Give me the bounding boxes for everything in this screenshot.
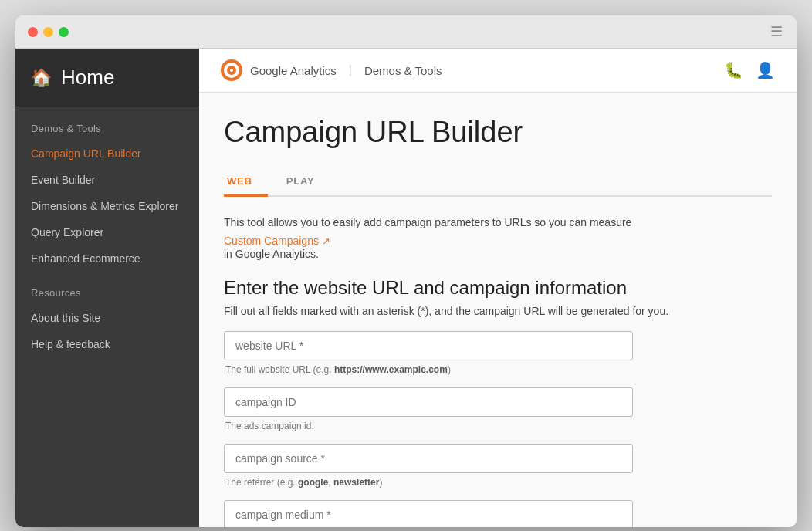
sidebar-item-event-builder[interactable]: Event Builder bbox=[15, 167, 199, 193]
campaign-source-hint: The referrer (e.g. google, newsletter) bbox=[224, 477, 772, 488]
minimize-button[interactable] bbox=[43, 27, 53, 37]
brand-sub: Demos & Tools bbox=[364, 64, 442, 77]
main-header: Google Analytics | Demos & Tools 🐛 👤 bbox=[199, 49, 797, 93]
tabs: WEB PLAY bbox=[224, 167, 772, 197]
browser-titlebar: ☰ bbox=[15, 15, 797, 49]
campaign-id-input[interactable] bbox=[224, 387, 633, 417]
svg-point-3 bbox=[230, 69, 233, 72]
sidebar-section-label-demos: Demos & Tools bbox=[15, 107, 199, 140]
sidebar-section-label-resources: Resources bbox=[15, 272, 199, 305]
home-icon: 🏠 bbox=[31, 68, 52, 88]
tab-web[interactable]: WEB bbox=[224, 167, 268, 197]
header-brand: Google Analytics | Demos & Tools bbox=[221, 59, 442, 81]
sidebar-home[interactable]: 🏠 Home bbox=[15, 49, 199, 107]
window-controls bbox=[28, 27, 69, 37]
field-group-campaign-id: The ads campaign id. bbox=[224, 387, 772, 431]
sidebar-section-resources: Resources About this Site Help & feedbac… bbox=[15, 272, 199, 357]
campaign-id-hint: The ads campaign id. bbox=[224, 421, 772, 431]
brand-divider: | bbox=[349, 63, 352, 77]
campaign-medium-input[interactable] bbox=[224, 500, 633, 527]
browser-menu-icon[interactable]: ☰ bbox=[770, 23, 784, 40]
external-link-icon: ↗ bbox=[322, 235, 330, 247]
home-label: Home bbox=[61, 66, 114, 90]
user-icon[interactable]: 👤 bbox=[756, 61, 775, 79]
browser-window: ☰ 🏠 Home Demos & Tools Campaign URL Buil… bbox=[15, 15, 797, 527]
bug-icon[interactable]: 🐛 bbox=[724, 61, 743, 79]
sidebar-item-about-this-site[interactable]: About this Site bbox=[15, 305, 199, 331]
brand-name: Google Analytics bbox=[250, 64, 337, 77]
sidebar: 🏠 Home Demos & Tools Campaign URL Builde… bbox=[15, 49, 199, 527]
maximize-button[interactable] bbox=[59, 27, 69, 37]
intro-line1: This tool allows you to easily add campa… bbox=[224, 214, 772, 231]
website-url-input[interactable] bbox=[224, 331, 633, 360]
page-title: Campaign URL Builder bbox=[224, 116, 772, 149]
website-url-hint: The full website URL (e.g. https://www.e… bbox=[224, 364, 772, 375]
field-group-campaign-source: The referrer (e.g. google, newsletter) bbox=[224, 444, 772, 488]
intro-line2: in Google Analytics. bbox=[224, 248, 772, 260]
sidebar-spacer bbox=[15, 357, 199, 527]
sidebar-item-help-feedback[interactable]: Help & feedback bbox=[15, 331, 199, 357]
sidebar-section-demos: Demos & Tools Campaign URL Builder Event… bbox=[15, 107, 199, 272]
custom-campaigns-link[interactable]: Custom Campaigns ↗ bbox=[224, 235, 330, 247]
app-container: 🏠 Home Demos & Tools Campaign URL Builde… bbox=[15, 49, 797, 527]
header-icons: 🐛 👤 bbox=[724, 61, 775, 79]
sidebar-item-query-explorer[interactable]: Query Explorer bbox=[15, 219, 199, 245]
tab-play[interactable]: PLAY bbox=[283, 167, 330, 197]
campaign-source-input[interactable] bbox=[224, 444, 633, 473]
sidebar-item-campaign-url-builder[interactable]: Campaign URL Builder bbox=[15, 140, 199, 167]
main-content: Google Analytics | Demos & Tools 🐛 👤 Cam… bbox=[199, 49, 797, 527]
field-group-campaign-medium: Marketing medium (e.g. cpc, banner, emai… bbox=[224, 500, 772, 527]
sidebar-item-enhanced-ecommerce[interactable]: Enhanced Ecommerce bbox=[15, 245, 199, 272]
field-group-website-url: The full website URL (e.g. https://www.e… bbox=[224, 331, 772, 375]
section-subtext: Fill out all fields marked with an aster… bbox=[224, 305, 772, 317]
sidebar-item-dimensions-metrics-explorer[interactable]: Dimensions & Metrics Explorer bbox=[15, 193, 199, 219]
close-button[interactable] bbox=[28, 27, 38, 37]
section-heading: Enter the website URL and campaign infor… bbox=[224, 277, 772, 299]
page-body: Campaign URL Builder WEB PLAY This tool … bbox=[199, 93, 797, 527]
ga-logo-icon bbox=[221, 59, 242, 81]
